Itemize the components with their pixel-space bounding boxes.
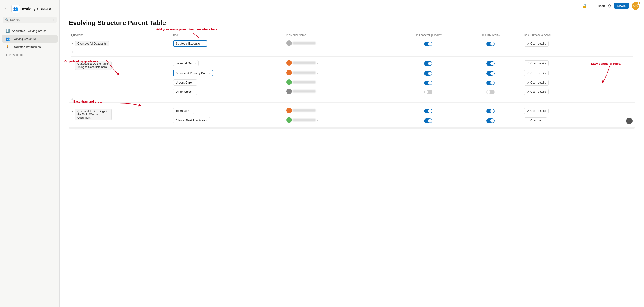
role-chevron-demandgen: ⌄ — [194, 62, 196, 64]
sidebar-item-evolving[interactable]: 👥 Evolving Structure — [2, 35, 58, 43]
open-details-btn-1[interactable]: ↗ Open details — [524, 41, 549, 46]
role-chevron-strategic: ⌄ — [202, 42, 204, 45]
blurred-text-apc — [293, 71, 316, 74]
help-button[interactable]: ? — [626, 118, 632, 124]
toggle-leadership-2[interactable] — [424, 61, 432, 66]
open-details-btn-tele[interactable]: ↗ Open details — [524, 108, 549, 114]
leadership-cell-2 — [397, 58, 460, 68]
toggle-okr-uc[interactable] — [486, 80, 494, 85]
open-details-label-ds: Open details — [530, 90, 546, 93]
avatar[interactable]: CA 2 — [632, 2, 640, 10]
annotation-management-text: Add your management team members here. — [156, 27, 218, 31]
role-cell-telehealth: Telehealth ⌄ — [171, 106, 284, 116]
name-cell-1: ⌄ — [284, 38, 397, 49]
role-pill-urgentcare[interactable]: Urgent Care ⌄ — [173, 79, 197, 86]
toggle-leadership-tele[interactable] — [424, 109, 432, 113]
share-button[interactable]: Share — [614, 3, 629, 9]
page-title: Evolving Structure Parent Table — [69, 19, 635, 27]
open-details-btn-ds[interactable]: ↗ Open details — [524, 89, 549, 95]
blurred-name-uc: ⌄ — [286, 79, 318, 85]
role-cell-strategic: Strategic Execution ⌄ — [171, 38, 284, 49]
blurred-name-tele: ⌄ — [286, 108, 318, 113]
lock-icon[interactable]: 🔒 — [582, 3, 587, 8]
role-chevron-urgentcare: ⌄ — [193, 81, 195, 84]
role-cell-directsales: Direct Sales ⌄ — [171, 87, 284, 96]
insert-button[interactable]: ☷ Insert — [593, 4, 605, 8]
settings-icon[interactable]: ⚙ — [608, 3, 612, 8]
toggle-leadership-1[interactable] — [424, 41, 432, 46]
open-details-btn-apc[interactable]: ↗ Open details — [524, 70, 549, 76]
table-row-section3: ⌄ Quadrant 2: Do Things in the Right Way… — [69, 106, 635, 116]
role-chevron-directsales: ⌄ — [193, 90, 194, 93]
quadrant3-label: Quadrant 2: Do Things in the Right Way f… — [75, 108, 112, 120]
role-pill-clinicalbp[interactable]: Clinical Best Practices ⌄ — [173, 117, 210, 123]
sidebar-search-bar[interactable]: 🔍 « — [3, 16, 57, 23]
purpose-cell-tele: ↗ Open details — [522, 106, 635, 116]
avatar-initials: CA — [634, 4, 638, 7]
blurred-text-tele — [293, 109, 316, 112]
name-cell-apc: ⌄ — [284, 68, 397, 78]
avatar-2 — [286, 60, 292, 66]
toggle-okr-2[interactable] — [486, 61, 494, 66]
toggle-leadership-ds[interactable] — [424, 90, 432, 94]
toggle-okr-tele[interactable] — [486, 109, 494, 113]
role-pill-directsales[interactable]: Direct Sales ⌄ — [173, 89, 197, 95]
toggle-okr-1[interactable] — [486, 41, 494, 46]
blurred-name-apc: ⌄ — [286, 70, 318, 75]
role-pill-telehealth[interactable]: Telehealth ⌄ — [173, 108, 194, 114]
role-pill-apc[interactable]: Advanced Primary Care ⌄ — [173, 70, 213, 76]
quadrant1-label: Oversees All Quadrants — [75, 41, 109, 46]
okr-cell-cbp — [460, 116, 522, 125]
add-row-cell-1[interactable]: + — [69, 49, 635, 55]
role-pill-strategic[interactable]: Strategic Execution ⌄ — [173, 40, 207, 47]
leadership-cell-apc — [397, 68, 460, 78]
toggle-leadership-uc[interactable] — [424, 80, 432, 85]
blurred-text-uc — [293, 81, 316, 83]
toggle-okr-cbp[interactable] — [486, 118, 494, 123]
avatar-cbp — [286, 117, 292, 123]
back-button[interactable]: ← — [3, 5, 9, 12]
name-cell-2: ⌄ — [284, 58, 397, 68]
quadrant-cell-2: ⌄ Quadrant 1: Do the Right Thing to Get … — [69, 58, 171, 96]
col-header-okr: On OKR Team? — [460, 32, 522, 38]
name-chevron-2: ⌄ — [316, 62, 318, 64]
open-details-icon-tele: ↗ — [527, 109, 529, 112]
annotation-editing-text: Easy editing of roles. — [591, 62, 621, 65]
add-row-cell-2[interactable]: + — [69, 96, 635, 103]
blurred-text-cbp — [293, 119, 316, 121]
avatar-uc — [286, 79, 292, 85]
okr-cell-apc — [460, 68, 522, 78]
annotation-quadrants-text: Organized by quadrants. — [64, 60, 99, 63]
avatar-badge: 2 — [637, 1, 640, 5]
sidebar-item-facilitator[interactable]: 🚶 Facilitator Instructions — [2, 43, 58, 51]
role-label-apc: Advanced Primary Care — [176, 71, 208, 75]
toggle-okr-apc[interactable] — [486, 71, 494, 76]
leadership-cell-uc — [397, 78, 460, 87]
sidebar: ← 👥 Evolving Structure 🔍 « ℹ️ About this… — [0, 0, 60, 307]
purpose-cell-1: ↗ Open details — [522, 38, 635, 49]
expand-quadrant3-button[interactable]: ⌄ — [71, 109, 74, 112]
open-details-btn-2[interactable]: ↗ Open details — [524, 60, 549, 66]
search-input[interactable] — [10, 18, 51, 21]
toggle-leadership-cbp[interactable] — [424, 118, 432, 123]
horizontal-scrollbar[interactable] — [69, 127, 635, 129]
sidebar-item-about[interactable]: ℹ️ About this Evolving Struct... — [2, 27, 58, 35]
open-details-btn-cbp[interactable]: ↗ Open det… — [524, 117, 547, 123]
blurred-text-ds — [293, 90, 316, 93]
okr-cell-2 — [460, 58, 522, 68]
okr-cell-1 — [460, 38, 522, 49]
toggle-okr-ds[interactable] — [486, 90, 494, 94]
collapse-sidebar-button[interactable]: « — [52, 18, 54, 21]
open-details-icon-1: ↗ — [527, 42, 529, 45]
col-header-leadership: On Leadership Team? — [397, 32, 460, 38]
grid-icon: ☷ — [593, 4, 596, 8]
name-cell-cbp: ⌄ — [284, 116, 397, 125]
new-page-item[interactable]: + New page — [2, 51, 58, 58]
role-pill-demandgen[interactable]: Demand Gen ⌄ — [173, 60, 198, 66]
toggle-leadership-apc[interactable] — [424, 71, 432, 76]
blurred-name-2: ⌄ — [286, 60, 318, 66]
expand-quadrant1-button[interactable]: ⌄ — [71, 41, 74, 44]
annotation-dragdrop-text: Easy drag and drop. — [74, 100, 102, 103]
open-details-btn-uc[interactable]: ↗ Open details — [524, 80, 549, 86]
avatar-ds — [286, 89, 292, 94]
